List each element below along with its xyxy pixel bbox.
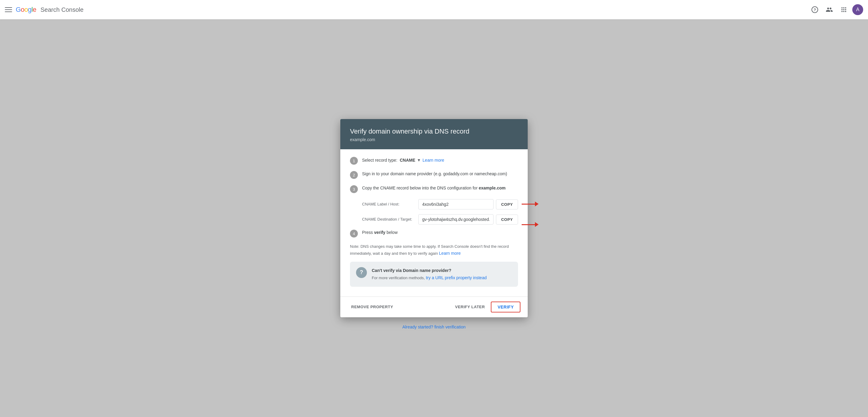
hamburger-icon[interactable] — [5, 6, 12, 13]
google-logo: Google — [16, 6, 36, 13]
verify-later-button[interactable]: VERIFY LATER — [452, 302, 489, 312]
dropdown-arrow-icon[interactable]: ▾ — [418, 157, 420, 164]
arrow-1-body — [522, 204, 535, 204]
step-1-content: Select record type: CNAME ▾ Learn more — [362, 157, 444, 164]
help-icon-btn[interactable]: ? — [809, 4, 821, 16]
cname-fields: CNAME Label / Host: COPY CNAME Destinati… — [350, 199, 518, 225]
cname-destination-row: CNAME Destination / Target: COPY — [362, 214, 518, 225]
cant-verify-text: Can't verify via Domain name provider? F… — [372, 267, 487, 281]
step-1-value: CNAME — [400, 157, 415, 163]
step-3: 3 Copy the CNAME record below into the D… — [350, 185, 518, 193]
step-3-bold: example.com — [479, 186, 506, 190]
step-1-learn-more[interactable]: Learn more — [423, 157, 444, 163]
step-2-content: Sign in to your domain name provider (e.… — [362, 171, 507, 177]
note-learn-more-link[interactable]: Learn more — [439, 251, 461, 256]
dialog-subtitle: example.com — [350, 137, 518, 142]
cname-fields-inner: CNAME Label / Host: COPY CNAME Destinati… — [350, 199, 518, 225]
copy-cname-label-button[interactable]: COPY — [496, 199, 518, 210]
step-1: 1 Select record type: CNAME ▾ Learn more — [350, 157, 518, 165]
cname-destination-label: CNAME Destination / Target: — [362, 217, 413, 222]
step-4-number: 4 — [350, 230, 358, 237]
app-title: Search Console — [40, 6, 84, 13]
avatar[interactable]: A — [852, 4, 863, 15]
topbar: Google Search Console ? A — [0, 0, 868, 19]
copy-cname-destination-button[interactable]: COPY — [496, 215, 518, 225]
cant-verify-box: ? Can't verify via Domain name provider?… — [350, 262, 518, 287]
question-icon: ? — [356, 267, 367, 278]
bg-overlay: Verify domain ownership via DNS record e… — [0, 19, 868, 417]
step-3-number: 3 — [350, 185, 358, 193]
account-manage-icon-btn[interactable] — [823, 4, 835, 16]
arrows-container — [522, 201, 538, 227]
topbar-left: Google Search Console — [5, 6, 84, 13]
cant-verify-desc: For more verification methods, try a URL… — [372, 275, 487, 281]
cname-label-host-input-wrap: COPY — [418, 199, 518, 210]
note-text: Note: DNS changes may take some time to … — [350, 244, 518, 257]
footer-right-buttons: VERIFY LATER VERIFY — [452, 301, 521, 313]
arrow-2-head — [535, 222, 538, 227]
step-4: 4 Press verify below — [350, 229, 518, 237]
step-4-bold: verify — [374, 230, 385, 235]
arrow-1 — [522, 201, 538, 206]
dialog-title: Verify domain ownership via DNS record — [350, 128, 518, 135]
step-4-content: Press verify below — [362, 229, 398, 236]
cname-label-host-row: CNAME Label / Host: COPY — [362, 199, 518, 210]
dialog-header: Verify domain ownership via DNS record e… — [340, 119, 528, 149]
dialog-footer: REMOVE PROPERTY VERIFY LATER VERIFY — [340, 296, 528, 317]
step-2: 2 Sign in to your domain name provider (… — [350, 171, 518, 179]
topbar-right: ? A — [809, 4, 863, 16]
verify-button[interactable]: VERIFY — [491, 301, 521, 313]
step-2-number: 2 — [350, 171, 358, 179]
dialog: Verify domain ownership via DNS record e… — [340, 119, 528, 317]
remove-property-button[interactable]: REMOVE PROPERTY — [347, 302, 397, 312]
arrow-1-head — [535, 201, 538, 206]
arrow-2-body — [522, 224, 535, 225]
arrow-2 — [522, 222, 538, 227]
svg-text:?: ? — [814, 7, 816, 12]
cname-label-host-label: CNAME Label / Host: — [362, 201, 413, 207]
cname-destination-input[interactable] — [418, 214, 494, 225]
step-3-content: Copy the CNAME record below into the DNS… — [362, 185, 506, 191]
step-1-number: 1 — [350, 157, 358, 165]
dialog-body: 1 Select record type: CNAME ▾ Learn more… — [340, 149, 528, 296]
apps-icon-btn[interactable] — [838, 4, 850, 16]
finish-verification-link[interactable]: Already started? finish verification — [402, 324, 465, 329]
cant-verify-title: Can't verify via Domain name provider? — [372, 267, 487, 274]
url-prefix-link[interactable]: try a URL prefix property instead — [426, 275, 487, 280]
cname-destination-input-wrap: COPY — [418, 214, 518, 225]
step-1-label: Select record type: — [362, 157, 397, 163]
cname-label-host-input[interactable] — [418, 199, 494, 210]
